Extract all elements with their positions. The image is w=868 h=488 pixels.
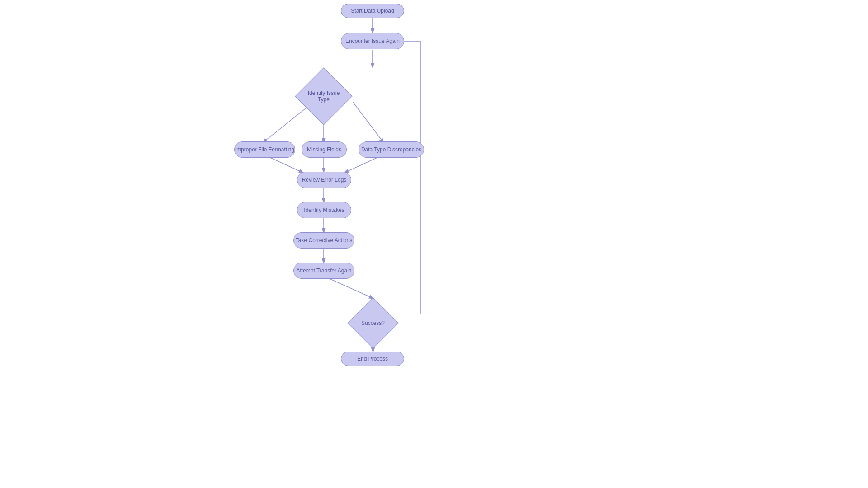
encounter-issue-again-node: Encounter Issue Again (341, 33, 404, 49)
start-data-upload-node: Start Data Upload (341, 4, 404, 18)
identify-issue-type-diamond: Identify Issue Type (294, 67, 353, 126)
review-error-logs-node: Review Error Logs (297, 172, 351, 188)
end-process-node: End Process (341, 352, 404, 366)
success-diamond: Success? (344, 294, 402, 352)
attempt-transfer-again-node: Attempt Transfer Again (293, 263, 354, 279)
identify-mistakes-node: Identify Mistakes (297, 202, 351, 218)
data-type-discrepancies-node: Data Type Discrepancies (359, 141, 424, 158)
improper-file-formatting-node: Improper File Formatting (234, 141, 295, 158)
take-corrective-actions-node: Take Corrective Actions (293, 232, 354, 249)
missing-fields-node: Missing Fields (302, 141, 347, 158)
